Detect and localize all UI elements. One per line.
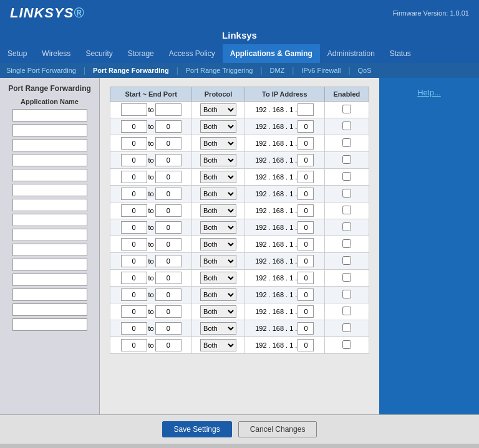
app-name-2[interactable] — [12, 124, 87, 136]
ip-last-octet-9[interactable] — [298, 255, 314, 267]
end-port-14[interactable] — [155, 339, 181, 351]
end-port-6[interactable] — [155, 204, 181, 217]
enabled-checkbox-8[interactable] — [342, 239, 351, 248]
start-port-13[interactable] — [121, 322, 147, 335]
end-port-4[interactable] — [155, 171, 181, 183]
protocol-select-10[interactable]: BothTCPUDP — [200, 272, 236, 284]
app-name-12[interactable] — [12, 274, 87, 286]
protocol-select-7[interactable]: BothTCPUDP — [200, 221, 236, 234]
protocol-select-3[interactable]: BothTCPUDP — [200, 154, 236, 166]
protocol-select-8[interactable]: BothTCPUDP — [200, 238, 236, 250]
protocol-select-11[interactable]: BothTCPUDP — [200, 288, 236, 301]
start-port-10[interactable] — [121, 272, 147, 284]
end-port-5[interactable] — [155, 188, 181, 200]
end-port-0[interactable] — [155, 103, 181, 116]
ip-last-octet-4[interactable] — [298, 171, 314, 183]
subnav-single-port[interactable]: Single Port Forwarding — [0, 64, 82, 77]
app-name-10[interactable] — [12, 244, 87, 256]
ip-last-octet-14[interactable] — [298, 339, 314, 351]
end-port-13[interactable] — [155, 322, 181, 335]
start-port-4[interactable] — [121, 171, 147, 183]
end-port-1[interactable] — [155, 120, 181, 133]
start-port-8[interactable] — [121, 238, 147, 250]
protocol-select-13[interactable]: BothTCPUDP — [200, 322, 236, 335]
enabled-checkbox-13[interactable] — [342, 323, 351, 332]
protocol-select-14[interactable]: BothTCPUDP — [200, 339, 236, 351]
enabled-checkbox-2[interactable] — [342, 138, 351, 147]
start-port-3[interactable] — [121, 154, 147, 166]
app-name-14[interactable] — [12, 303, 87, 316]
enabled-checkbox-6[interactable] — [342, 206, 351, 214]
end-port-12[interactable] — [155, 305, 181, 318]
app-name-15[interactable] — [12, 318, 87, 331]
ip-last-octet-11[interactable] — [298, 288, 314, 301]
nav-wireless[interactable]: Wireless — [34, 44, 78, 63]
nav-storage[interactable]: Storage — [120, 44, 162, 63]
app-name-11[interactable] — [12, 259, 87, 271]
ip-last-octet-6[interactable] — [298, 204, 314, 217]
protocol-select-6[interactable]: BothTCPUDP — [200, 204, 236, 217]
nav-access-policy[interactable]: Access Policy — [162, 44, 223, 63]
enabled-checkbox-3[interactable] — [342, 155, 351, 164]
subnav-port-range-trig[interactable]: Port Range Triggering — [180, 64, 259, 77]
end-port-9[interactable] — [155, 255, 181, 267]
ip-last-octet-12[interactable] — [298, 305, 314, 318]
app-name-9[interactable] — [12, 229, 87, 241]
subnav-qos[interactable]: QoS — [352, 64, 378, 77]
start-port-5[interactable] — [121, 188, 147, 200]
subnav-ipv6-firewall[interactable]: IPv6 Firewall — [295, 64, 347, 77]
subnav-port-range-fwd[interactable]: Port Range Forwarding — [87, 64, 175, 77]
start-port-7[interactable] — [121, 221, 147, 234]
start-port-0[interactable] — [121, 103, 147, 116]
end-port-10[interactable] — [155, 272, 181, 284]
start-port-6[interactable] — [121, 204, 147, 217]
enabled-checkbox-1[interactable] — [342, 122, 351, 130]
end-port-11[interactable] — [155, 288, 181, 301]
app-name-4[interactable] — [12, 154, 87, 166]
start-port-2[interactable] — [121, 137, 147, 150]
nav-status[interactable]: Status — [382, 44, 419, 63]
app-name-5[interactable] — [12, 169, 87, 181]
app-name-6[interactable] — [12, 184, 87, 196]
start-port-14[interactable] — [121, 339, 147, 351]
end-port-3[interactable] — [155, 154, 181, 166]
help-link[interactable]: Help... — [417, 88, 441, 97]
ip-last-octet-2[interactable] — [298, 137, 314, 150]
protocol-select-5[interactable]: BothTCPUDP — [200, 188, 236, 200]
enabled-checkbox-0[interactable] — [342, 105, 351, 113]
protocol-select-0[interactable]: BothTCPUDP — [200, 103, 236, 116]
start-port-1[interactable] — [121, 120, 147, 133]
enabled-checkbox-11[interactable] — [342, 290, 351, 298]
protocol-select-2[interactable]: BothTCPUDP — [200, 137, 236, 150]
nav-applications-gaming[interactable]: Applications & Gaming — [223, 44, 320, 63]
protocol-select-9[interactable]: BothTCPUDP — [200, 255, 236, 267]
protocol-select-4[interactable]: BothTCPUDP — [200, 171, 236, 183]
protocol-select-12[interactable]: BothTCPUDP — [200, 305, 236, 318]
cancel-changes-button[interactable]: Cancel Changes — [238, 421, 317, 437]
app-name-13[interactable] — [12, 288, 87, 301]
enabled-checkbox-4[interactable] — [342, 172, 351, 181]
app-name-8[interactable] — [12, 214, 87, 226]
app-name-3[interactable] — [12, 139, 87, 151]
ip-last-octet-5[interactable] — [298, 188, 314, 200]
start-port-12[interactable] — [121, 305, 147, 318]
end-port-2[interactable] — [155, 137, 181, 150]
end-port-8[interactable] — [155, 238, 181, 250]
enabled-checkbox-9[interactable] — [342, 256, 351, 265]
nav-administration[interactable]: Administration — [320, 44, 382, 63]
protocol-select-1[interactable]: BothTCPUDP — [200, 120, 236, 133]
start-port-9[interactable] — [121, 255, 147, 267]
enabled-checkbox-14[interactable] — [342, 340, 351, 349]
subnav-dmz[interactable]: DMZ — [264, 64, 291, 77]
end-port-7[interactable] — [155, 221, 181, 234]
app-name-7[interactable] — [12, 199, 87, 211]
start-port-11[interactable] — [121, 288, 147, 301]
nav-setup[interactable]: Setup — [0, 44, 34, 63]
enabled-checkbox-10[interactable] — [342, 273, 351, 282]
ip-last-octet-10[interactable] — [298, 272, 314, 284]
ip-last-octet-8[interactable] — [298, 238, 314, 250]
ip-last-octet-13[interactable] — [298, 322, 314, 335]
enabled-checkbox-5[interactable] — [342, 189, 351, 198]
app-name-1[interactable] — [12, 109, 87, 122]
ip-last-octet-3[interactable] — [298, 154, 314, 166]
